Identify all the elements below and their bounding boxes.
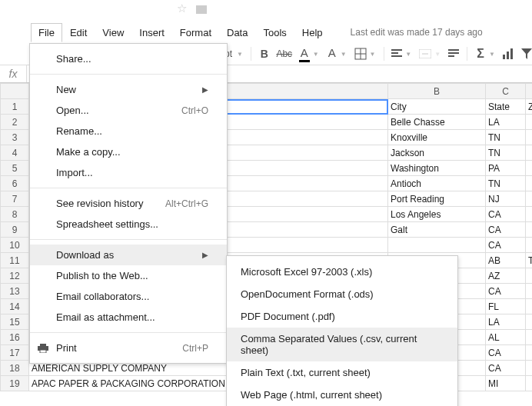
menu-view[interactable]: View [95, 23, 131, 42]
menu-item-revision-history[interactable]: See revision historyAlt+Ctrl+G [30, 193, 227, 214]
row-header[interactable]: 15 [1, 314, 29, 330]
cell[interactable]: TN [486, 130, 526, 145]
text-color-button[interactable]: A [299, 46, 310, 62]
cell[interactable] [526, 130, 533, 145]
cell[interactable] [526, 314, 533, 330]
menu-item-spreadsheet-settings[interactable]: Spreadsheet settings... [30, 214, 227, 235]
cell[interactable]: CA [486, 345, 526, 361]
dropdown-icon[interactable]: ▼ [237, 51, 243, 58]
cell[interactable]: Los Angeles [388, 207, 486, 222]
cell[interactable] [526, 299, 533, 314]
cell[interactable] [526, 284, 533, 299]
row-header[interactable]: 1 [1, 99, 29, 115]
menu-item-share[interactable]: Share... [30, 48, 227, 69]
dropdown-icon[interactable]: ▼ [313, 51, 319, 58]
cell[interactable]: CA [486, 361, 526, 376]
cell[interactable]: CA [486, 238, 526, 253]
menu-item-open[interactable]: Open...Ctrl+O [30, 100, 227, 121]
row-header[interactable]: 10 [1, 238, 29, 253]
cell[interactable]: Antioch [388, 176, 486, 191]
cell[interactable]: Washington [388, 161, 486, 176]
cell[interactable]: CA [486, 207, 526, 222]
row-header[interactable]: 14 [1, 299, 29, 314]
menu-file[interactable]: File [31, 23, 62, 42]
cell[interactable]: Belle Chasse [388, 115, 486, 130]
cell[interactable] [388, 238, 486, 253]
fill-color-button[interactable]: A [327, 46, 337, 62]
submenu-item-pdf[interactable]: PDF Document (.pdf) [227, 305, 457, 328]
cell[interactable]: Jackson [388, 145, 486, 161]
cell[interactable]: AB [486, 253, 526, 268]
row-header[interactable]: 4 [1, 145, 29, 161]
cell[interactable]: AZ [486, 268, 526, 284]
cell[interactable]: FL [486, 299, 526, 314]
merge-button[interactable] [419, 47, 431, 61]
row-header[interactable]: 6 [1, 176, 29, 191]
submenu-item-xls[interactable]: Microsoft Excel 97-2003 (.xls) [227, 261, 457, 283]
cell[interactable]: CA [486, 284, 526, 299]
column-header-b[interactable]: B [388, 84, 486, 99]
row-header[interactable]: 19 [1, 376, 29, 391]
cell[interactable] [526, 345, 533, 361]
menu-item-print[interactable]: PrintCtrl+P [30, 338, 227, 358]
row-header[interactable]: 13 [1, 284, 29, 299]
cell[interactable] [526, 238, 533, 253]
cell[interactable]: Port Reading [388, 191, 486, 207]
cell[interactable]: AL [486, 330, 526, 345]
wrap-button[interactable] [448, 47, 459, 61]
cell[interactable]: TN [486, 145, 526, 161]
cell[interactable] [526, 191, 533, 207]
row-header[interactable]: 8 [1, 207, 29, 222]
submenu-item-txt[interactable]: Plain Text (.txt, current sheet) [227, 361, 457, 384]
dropdown-icon[interactable]: ▼ [341, 51, 347, 58]
cell[interactable]: NJ [486, 191, 526, 207]
cell[interactable] [526, 330, 533, 345]
cell[interactable]: PA [486, 161, 526, 176]
cell[interactable] [526, 222, 533, 238]
cell[interactable]: TN [486, 176, 526, 191]
menu-item-publish[interactable]: Publish to the Web... [30, 265, 227, 286]
row-header[interactable]: 11 [1, 253, 29, 268]
cell[interactable]: LA [486, 115, 526, 130]
row-header[interactable]: 7 [1, 191, 29, 207]
cell[interactable]: City [388, 99, 486, 115]
menu-item-new[interactable]: New▶ [30, 79, 227, 100]
cell[interactable] [526, 145, 533, 161]
column-header-d[interactable] [526, 84, 533, 99]
dropdown-icon[interactable]: ▼ [405, 51, 411, 58]
filter-button[interactable] [521, 47, 532, 61]
row-header[interactable]: 3 [1, 130, 29, 145]
cell[interactable] [526, 376, 533, 391]
chart-button[interactable] [503, 47, 514, 61]
column-header-c[interactable]: C [486, 84, 526, 99]
menu-item-email-attachment[interactable]: Email as attachment... [30, 307, 227, 328]
cell[interactable]: Zip [526, 99, 533, 115]
menu-item-download-as[interactable]: Download as▶ [30, 245, 227, 265]
dropdown-icon[interactable]: ▼ [370, 51, 376, 58]
cell[interactable]: T5M [526, 253, 533, 268]
menu-edit[interactable]: Edit [62, 23, 95, 42]
menu-item-make-copy[interactable]: Make a copy... [30, 141, 227, 162]
menu-data[interactable]: Data [219, 23, 255, 42]
cell[interactable]: Knoxville [388, 130, 486, 145]
submenu-item-ods[interactable]: OpenDocument Format (.ods) [227, 283, 457, 305]
dropdown-icon[interactable]: ▼ [434, 51, 441, 58]
menu-insert[interactable]: Insert [131, 23, 172, 42]
row-header[interactable]: 5 [1, 161, 29, 176]
borders-button[interactable] [354, 47, 367, 61]
star-icon[interactable]: ☆ [177, 2, 187, 15]
bold-button[interactable]: B [259, 47, 270, 61]
menu-item-email-collaborators[interactable]: Email collaborators... [30, 286, 227, 307]
cell[interactable] [526, 115, 533, 130]
cell[interactable] [526, 207, 533, 222]
submenu-item-csv[interactable]: Comma Separated Values (.csv, current sh… [227, 328, 457, 361]
row-header[interactable]: 9 [1, 222, 29, 238]
submenu-item-html[interactable]: Web Page (.html, current sheet) [227, 384, 457, 406]
cell[interactable]: CA [486, 222, 526, 238]
select-all-corner[interactable] [1, 84, 29, 99]
strikethrough-button[interactable]: Abc [278, 47, 291, 61]
row-header[interactable]: 2 [1, 115, 29, 130]
cell[interactable] [526, 161, 533, 176]
cell[interactable] [526, 268, 533, 284]
align-button[interactable] [391, 47, 402, 61]
